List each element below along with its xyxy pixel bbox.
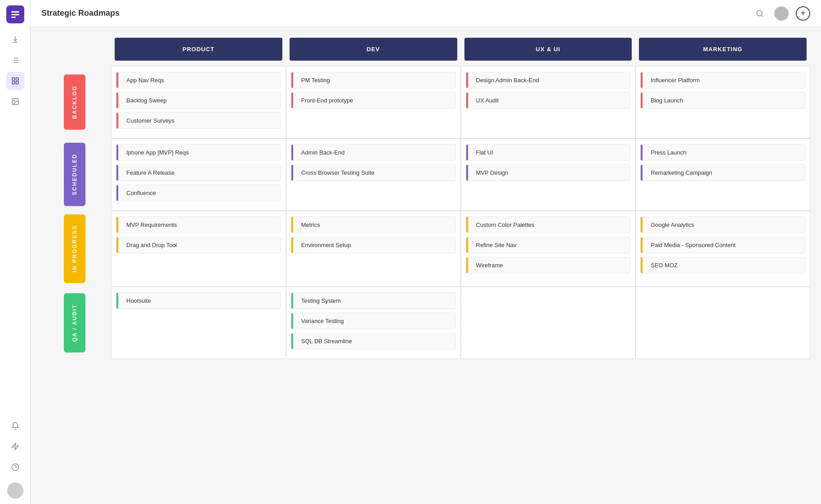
card[interactable]: PM Testing	[291, 72, 456, 88]
card-bar	[291, 165, 293, 181]
cell-scheduled-product: Iphone App [MVP] Reqs Feature A Release …	[111, 138, 286, 211]
card[interactable]: App Nav Reqs	[116, 72, 281, 88]
card-text: Confluence	[126, 190, 156, 196]
app-logo[interactable]	[6, 5, 24, 23]
col-header-dev: DEV	[286, 38, 461, 66]
sidebar-board[interactable]	[6, 72, 24, 90]
card-text: Customer Surveys	[126, 117, 174, 124]
card[interactable]: SQL DB Streamline	[291, 333, 456, 349]
card[interactable]: Feature A Release	[116, 164, 281, 181]
card[interactable]: Backlog Sweep	[116, 92, 281, 109]
card-text: Influencer Platform	[651, 77, 700, 84]
svg-point-18	[757, 10, 762, 16]
card[interactable]: Blog Launch	[640, 92, 805, 109]
card[interactable]: MVP Design	[466, 164, 631, 181]
main-area: Strategic Roadmaps + PRODUCTDEVUX & UIMA…	[31, 0, 821, 504]
card-text: Cross Browser Testing Suite	[301, 169, 375, 176]
cell-scheduled-ux: Flat UI MVP Design	[461, 138, 636, 211]
row-label-qa: QA / AUDIT	[41, 287, 111, 359]
card-text: Iphone App [MVP] Reqs	[126, 149, 189, 156]
col-header-label-ux: UX & UI	[464, 38, 632, 61]
card-bar	[641, 93, 643, 108]
card[interactable]: Custom Color Palettes	[466, 217, 631, 233]
card-text: Backlog Sweep	[126, 97, 167, 104]
sidebar-flash[interactable]	[6, 438, 24, 455]
card-bar	[116, 165, 118, 181]
card[interactable]: Influencer Platform	[640, 72, 805, 88]
sidebar-download[interactable]	[6, 31, 24, 49]
card-bar	[291, 72, 293, 88]
add-button[interactable]: +	[796, 6, 810, 21]
card[interactable]: Flat UI	[466, 144, 631, 161]
card[interactable]: Testing System	[291, 292, 456, 309]
sidebar-help[interactable]	[6, 458, 24, 476]
card-bar	[291, 293, 293, 309]
card-bar	[641, 145, 643, 160]
card[interactable]: Front-End prototype	[291, 92, 456, 109]
svg-point-14	[13, 100, 14, 101]
col-header-product: PRODUCT	[111, 38, 286, 66]
sidebar	[0, 0, 31, 504]
cell-scheduled-marketing: Press Launch Remarketing Campaign	[635, 138, 810, 211]
search-icon[interactable]	[753, 6, 767, 21]
cell-scheduled-dev: Admin Back-End Cross Browser Testing Sui…	[286, 138, 461, 211]
card[interactable]: Design Admin Back-End	[466, 72, 631, 88]
card-text: Variance Testing	[301, 318, 344, 324]
cell-backlog-dev: PM Testing Front-End prototype	[286, 66, 461, 138]
card-bar	[466, 165, 468, 181]
card[interactable]: Customer Surveys	[116, 112, 281, 129]
card-bar	[466, 257, 468, 273]
card[interactable]: UX Audit	[466, 92, 631, 109]
card-text: PM Testing	[301, 77, 330, 84]
user-avatar[interactable]	[7, 482, 23, 499]
card-text: Front-End prototype	[301, 97, 353, 104]
card-bar	[466, 237, 468, 253]
card[interactable]: Confluence	[116, 185, 281, 201]
card[interactable]: MVP Requirements	[116, 217, 281, 233]
card-text: Metrics	[301, 221, 320, 228]
card[interactable]: Remarketing Campaign	[640, 164, 805, 181]
card-text: Admin Back-End	[301, 149, 345, 156]
card[interactable]: Environment Setup	[291, 237, 456, 253]
col-header-label-dev: DEV	[290, 38, 457, 61]
card[interactable]: Admin Back-End	[291, 144, 456, 161]
card-text: Blog Launch	[651, 97, 683, 104]
card-text: App Nav Reqs	[126, 77, 164, 84]
user-circle[interactable]	[774, 6, 789, 21]
card[interactable]: Press Launch	[640, 144, 805, 161]
sidebar-image[interactable]	[6, 93, 24, 111]
card-bar	[116, 237, 118, 253]
svg-rect-11	[12, 82, 14, 84]
card-bar	[291, 145, 293, 160]
card-text: Feature A Release	[126, 169, 174, 176]
card[interactable]: Metrics	[291, 217, 456, 233]
card[interactable]: SEO MOZ	[640, 257, 805, 274]
card-bar	[641, 217, 643, 233]
card[interactable]: Wireframe	[466, 257, 631, 274]
card[interactable]: Hootsuite	[116, 292, 281, 309]
card[interactable]: Variance Testing	[291, 313, 456, 329]
cell-qa-product: Hootsuite	[111, 287, 286, 359]
card-text: Paid Media - Sponsored Content	[651, 242, 736, 248]
sidebar-bell[interactable]	[6, 417, 24, 435]
cell-inprogress-marketing: Google Analytics Paid Media - Sponsored …	[635, 211, 810, 287]
col-header-marketing: MARKETING	[635, 38, 810, 66]
card-text: MVP Design	[476, 169, 509, 176]
card-bar	[291, 93, 293, 108]
cell-backlog-marketing: Influencer Platform Blog Launch	[635, 66, 810, 138]
sidebar-list[interactable]	[6, 51, 24, 69]
card[interactable]: Drag and Drop Tool	[116, 237, 281, 253]
card[interactable]: Google Analytics	[640, 217, 805, 233]
cell-backlog-product: App Nav Reqs Backlog Sweep Customer Surv…	[111, 66, 286, 138]
card-text: Remarketing Campaign	[651, 169, 712, 176]
card[interactable]: Iphone App [MVP] Reqs	[116, 144, 281, 161]
card-text: Custom Color Palettes	[476, 221, 535, 228]
card[interactable]: Refine Site Nav	[466, 237, 631, 253]
card-bar	[466, 217, 468, 233]
card[interactable]: Paid Media - Sponsored Content	[640, 237, 805, 253]
card-bar	[116, 293, 118, 309]
row-label-scheduled: SCHEDULED	[41, 138, 111, 211]
corner-cell	[41, 38, 111, 66]
card-text: Wireframe	[476, 262, 503, 269]
card[interactable]: Cross Browser Testing Suite	[291, 164, 456, 181]
